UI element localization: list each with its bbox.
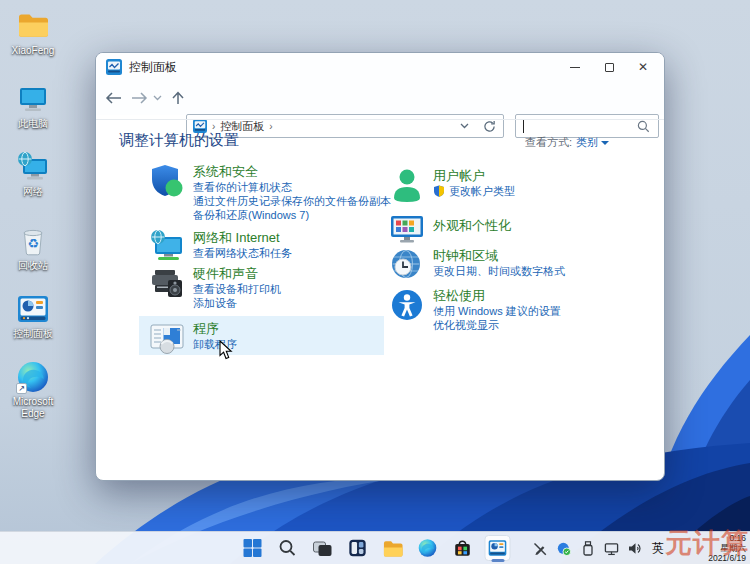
category-title[interactable]: 系统和安全 bbox=[193, 164, 391, 180]
category-link[interactable]: 备份和还原(Windows 7) bbox=[193, 208, 391, 222]
desktop-icon-xiaofeng[interactable]: XiaoFeng bbox=[2, 9, 64, 57]
desktop-icon-label: 回收站 bbox=[2, 260, 64, 272]
category-title[interactable]: 用户帐户 bbox=[433, 168, 515, 184]
view-by-value[interactable]: 类别 bbox=[576, 136, 598, 148]
back-button[interactable] bbox=[104, 88, 124, 108]
category-link[interactable]: 查看你的计算机状态 bbox=[193, 180, 391, 194]
network-icon bbox=[16, 150, 50, 184]
category-link[interactable]: 卸载程序 bbox=[193, 337, 237, 351]
ime-language-indicator[interactable]: 英 bbox=[652, 540, 664, 557]
file-explorer-icon bbox=[382, 539, 403, 558]
shield-icon bbox=[149, 163, 185, 199]
chevron-down-icon bbox=[153, 95, 162, 101]
widgets-icon bbox=[348, 538, 368, 558]
task-view-button[interactable] bbox=[310, 535, 336, 561]
personalization-icon bbox=[389, 211, 425, 247]
desktop-icon-label: Microsoft Edge bbox=[2, 396, 64, 419]
volume-icon[interactable] bbox=[628, 541, 643, 556]
up-button[interactable] bbox=[168, 88, 188, 108]
desktop-icon-label: 此电脑 bbox=[2, 118, 64, 130]
category-link[interactable]: 优化视觉显示 bbox=[433, 318, 561, 332]
category-programs: 程序 卸载程序 bbox=[149, 320, 237, 356]
edge-icon: ↗ bbox=[16, 360, 50, 394]
category-title[interactable]: 网络和 Internet bbox=[193, 230, 292, 246]
category-network-internet: 网络和 Internet 查看网络状态和任务 bbox=[149, 229, 292, 265]
shortcut-arrow-icon: ↗ bbox=[16, 383, 27, 394]
back-arrow-icon bbox=[105, 92, 123, 104]
desktop-icon-edge[interactable]: ↗ Microsoft Edge bbox=[2, 360, 64, 419]
category-title[interactable]: 轻松使用 bbox=[433, 288, 561, 304]
user-icon bbox=[389, 167, 425, 203]
recent-locations-button[interactable] bbox=[151, 88, 163, 108]
taskbar-control-panel-button[interactable] bbox=[485, 535, 511, 561]
breadcrumb-chevron: › bbox=[269, 121, 272, 132]
view-by-dropdown-icon[interactable] bbox=[601, 141, 609, 145]
start-button[interactable] bbox=[240, 535, 266, 561]
ease-of-access-icon bbox=[389, 287, 425, 323]
task-view-icon bbox=[313, 539, 333, 557]
breadcrumb-chevron: › bbox=[212, 121, 215, 132]
maximize-button[interactable] bbox=[592, 53, 626, 81]
forward-button[interactable] bbox=[129, 88, 149, 108]
minimize-icon bbox=[570, 67, 580, 68]
widgets-button[interactable] bbox=[345, 535, 371, 561]
category-link[interactable]: 查看设备和打印机 bbox=[193, 282, 281, 296]
search-icon bbox=[279, 539, 297, 557]
uac-shield-icon bbox=[433, 185, 445, 197]
category-title[interactable]: 硬件和声音 bbox=[193, 266, 281, 282]
text-caret bbox=[523, 120, 524, 133]
desktop-icon-label: 控制面板 bbox=[2, 328, 64, 340]
category-link[interactable]: 通过文件历史记录保存你的文件备份副本 bbox=[193, 194, 391, 208]
desktop-icon-network[interactable]: 网络 bbox=[2, 150, 64, 198]
refresh-icon[interactable] bbox=[483, 120, 496, 133]
category-link[interactable]: 查看网络状态和任务 bbox=[193, 246, 292, 260]
desktop-icon-this-pc[interactable]: 此电脑 bbox=[2, 82, 64, 130]
navigation-toolbar: › 控制面板 › bbox=[96, 81, 664, 115]
taskbar-search-button[interactable] bbox=[275, 535, 301, 561]
clock-time: 0:16 bbox=[690, 533, 746, 543]
category-link[interactable]: 添加设备 bbox=[193, 296, 281, 310]
minimize-button[interactable] bbox=[558, 53, 592, 81]
category-title[interactable]: 外观和个性化 bbox=[433, 218, 511, 234]
view-by-label: 查看方式: bbox=[525, 136, 572, 148]
clock-region-icon bbox=[389, 247, 425, 283]
desktop-icon-control-panel[interactable]: 控制面板 bbox=[2, 292, 64, 340]
network-tray-icon[interactable] bbox=[604, 541, 619, 556]
pen-disabled-icon[interactable] bbox=[532, 541, 547, 556]
window-control-panel-icon bbox=[106, 59, 122, 75]
svg-text:♻: ♻ bbox=[27, 236, 39, 251]
desktop-icon-recycle-bin[interactable]: ♻ 回收站 bbox=[2, 224, 64, 272]
clock-date: 2021/6/19 bbox=[690, 553, 746, 563]
clock-weekday: 星期六 bbox=[690, 543, 746, 553]
close-button[interactable]: ✕ bbox=[626, 53, 660, 81]
security-status-icon[interactable] bbox=[556, 541, 571, 556]
category-title[interactable]: 时钟和区域 bbox=[433, 248, 565, 264]
store-icon bbox=[453, 538, 473, 558]
toolbar-separator bbox=[96, 119, 664, 120]
desktop-icon-label: XiaoFeng bbox=[2, 45, 64, 57]
category-link[interactable]: 更改日期、时间或数字格式 bbox=[433, 264, 565, 278]
category-ease-of-access: 轻松使用 使用 Windows 建议的设置 优化视觉显示 bbox=[389, 287, 561, 332]
usb-device-icon[interactable] bbox=[580, 541, 595, 556]
category-link[interactable]: 使用 Windows 建议的设置 bbox=[433, 304, 561, 318]
file-explorer-button[interactable] bbox=[380, 535, 406, 561]
category-title[interactable]: 程序 bbox=[193, 321, 237, 337]
control-panel-window: 控制面板 ✕ › 控制面板 › bbox=[95, 52, 665, 481]
address-dropdown-icon[interactable] bbox=[460, 123, 469, 129]
close-icon: ✕ bbox=[638, 60, 648, 74]
forward-arrow-icon bbox=[130, 92, 148, 104]
taskbar-clock[interactable]: 0:16 星期六 2021/6/19 bbox=[690, 533, 746, 563]
control-panel-icon bbox=[16, 292, 50, 326]
edge-icon bbox=[418, 538, 438, 558]
up-arrow-icon bbox=[172, 91, 184, 105]
microsoft-store-button[interactable] bbox=[450, 535, 476, 561]
category-user-accounts: 用户帐户 更改帐户类型 bbox=[389, 167, 515, 203]
window-title: 控制面板 bbox=[129, 59, 177, 76]
view-by: 查看方式:类别 bbox=[525, 135, 609, 150]
recycle-bin-icon: ♻ bbox=[16, 224, 50, 258]
maximize-icon bbox=[605, 63, 614, 72]
category-system-security: 系统和安全 查看你的计算机状态 通过文件历史记录保存你的文件备份副本 备份和还原… bbox=[149, 163, 391, 222]
page-title: 调整计算机的设置 bbox=[119, 131, 239, 150]
category-link[interactable]: 更改帐户类型 bbox=[449, 184, 515, 198]
taskbar-edge-button[interactable] bbox=[415, 535, 441, 561]
